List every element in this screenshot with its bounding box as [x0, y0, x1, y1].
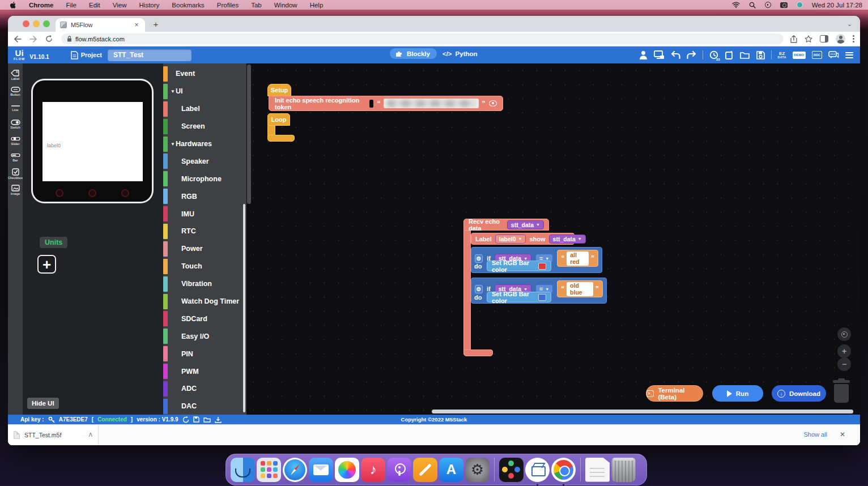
forward-button[interactable]	[29, 36, 39, 42]
downloads-bar-close-icon[interactable]: ✕	[840, 430, 845, 438]
if1-string-value[interactable]: all red	[567, 251, 589, 266]
api-key-value[interactable]: A7E3EDE7	[59, 416, 88, 423]
dock-photos-icon[interactable]	[335, 458, 359, 482]
zoom-in-button[interactable]: +	[837, 344, 851, 358]
category-easyio[interactable]: Easy I/O	[163, 327, 246, 345]
tool-slider[interactable]: Slider	[8, 133, 23, 149]
dock-app-store-icon[interactable]: A	[439, 458, 463, 482]
folder-status-icon[interactable]	[203, 417, 211, 423]
address-bar[interactable]: flow.m5stack.com	[61, 33, 784, 44]
apple-menu-icon[interactable]	[10, 2, 16, 8]
category-rtc[interactable]: RTC	[163, 223, 246, 240]
spotlight-search-icon[interactable]	[749, 2, 756, 8]
init-echo-token-block[interactable]: Init echo speech recognition token “ ”	[269, 96, 503, 111]
dock-system-settings-icon[interactable]: ⚙	[465, 458, 490, 482]
set-rgb-bar-color-block-blue[interactable]: Set RGB Bar color	[487, 292, 551, 302]
open-folder-icon[interactable]	[740, 51, 750, 59]
dock-document-icon[interactable]	[585, 458, 610, 482]
category-label[interactable]: Label	[163, 100, 246, 118]
user-switcher-icon[interactable]	[797, 2, 803, 8]
project-button[interactable]: Project	[71, 51, 102, 59]
tool-switch[interactable]: Switch	[8, 116, 23, 133]
device-button-b[interactable]	[88, 189, 96, 197]
undo-icon[interactable]	[671, 51, 680, 59]
project-name-input[interactable]	[108, 49, 192, 61]
bookmark-star-icon[interactable]	[805, 35, 812, 42]
dock-safari-icon[interactable]	[283, 458, 307, 482]
category-speaker[interactable]: Speaker	[163, 152, 246, 170]
recv-block-foot[interactable]	[463, 349, 493, 356]
demo-icon[interactable]: DEMO	[793, 52, 806, 59]
dock-m5burner-icon[interactable]	[499, 458, 524, 482]
dock-chrome-icon[interactable]	[551, 458, 576, 482]
canvas-vertical-scrollbar[interactable]	[247, 65, 251, 204]
window-close-button[interactable]	[23, 20, 29, 27]
setup-block[interactable]: Setup	[267, 84, 291, 96]
terminal-beta-button[interactable]: >_ Terminal (Beta)	[646, 385, 703, 402]
side-panel-icon[interactable]	[820, 35, 828, 42]
download-status-icon[interactable]	[215, 416, 222, 423]
category-touch[interactable]: Touch	[163, 258, 246, 275]
dock-trash-icon[interactable]	[611, 458, 636, 482]
tool-label[interactable]: Label	[8, 67, 23, 83]
category-event[interactable]: Event	[163, 65, 246, 83]
category-ui[interactable]: ▼UI	[163, 83, 246, 100]
category-adc[interactable]: ADC	[163, 380, 246, 398]
file-chevron-icon[interactable]: ᐱ	[89, 432, 92, 438]
loop-block[interactable]: Loop	[267, 113, 290, 126]
category-rgb[interactable]: RGB	[163, 187, 246, 205]
download-button[interactable]: ↓ Download	[772, 385, 826, 402]
new-tab-button[interactable]: +	[151, 20, 161, 30]
wifi-icon[interactable]	[732, 2, 740, 8]
menubar-edit[interactable]: Edit	[89, 2, 100, 8]
loop-block-spine[interactable]	[267, 126, 275, 135]
dock-music-icon[interactable]: ♪	[361, 458, 385, 482]
hide-ui-button[interactable]: Hide UI	[27, 398, 59, 409]
save-icon[interactable]	[756, 51, 765, 59]
dock-launchpad-icon[interactable]	[257, 458, 281, 482]
menubar-profiles[interactable]: Profiles	[217, 2, 239, 8]
profile-avatar[interactable]	[836, 34, 845, 44]
save-status-icon[interactable]	[193, 416, 199, 423]
menubar-file[interactable]: File	[66, 2, 76, 8]
menubar-history[interactable]: History	[139, 2, 160, 8]
if1-string-block[interactable]: “ all red ”	[557, 250, 598, 267]
label-var-dropdown[interactable]: stt_data▼	[549, 235, 586, 244]
device-button-c[interactable]	[121, 189, 129, 197]
blockly-mode-button[interactable]: Blockly	[390, 48, 437, 59]
color-swatch-blue[interactable]	[538, 294, 546, 301]
trash-can-icon[interactable]	[832, 378, 851, 403]
tab-close-icon[interactable]: ×	[133, 21, 141, 29]
device-connect-icon[interactable]	[654, 50, 665, 59]
menubar-tab[interactable]: Tab	[251, 2, 262, 8]
category-sdcard[interactable]: SDCard	[163, 310, 246, 327]
new-file-icon[interactable]	[725, 50, 734, 59]
category-screen[interactable]: Screen	[163, 118, 246, 135]
dock-finder-icon[interactable]	[231, 458, 255, 482]
eye-icon[interactable]	[489, 100, 497, 106]
menubar-clock[interactable]: Wed 20 Jul 17:28	[812, 2, 862, 8]
category-pwm[interactable]: PWM	[163, 363, 246, 380]
device-button-a[interactable]	[56, 189, 63, 197]
browser-menu-icon[interactable]	[853, 35, 854, 42]
redo-icon[interactable]	[687, 51, 696, 59]
category-watchdog[interactable]: Watch Dog Timer	[163, 293, 246, 310]
zoom-out-button[interactable]: −	[837, 357, 851, 371]
downloaded-file-chip[interactable]: STT_Test.m5f ᐱ	[8, 425, 99, 445]
dock-m5stack-icon[interactable]	[525, 458, 550, 482]
device-screen[interactable]: label0	[42, 102, 143, 181]
mutator-gear-icon[interactable]: ⚙	[475, 254, 483, 263]
recv-var-dropdown[interactable]: stt_data▼	[507, 220, 544, 229]
refresh-icon[interactable]	[182, 416, 189, 423]
doc-icon[interactable]: DOC	[812, 51, 822, 59]
if2-string-block[interactable]: “ old blue ”	[557, 280, 603, 297]
history-clock-icon[interactable]: 23	[709, 50, 719, 60]
chat-icon[interactable]	[828, 51, 839, 59]
blockly-canvas[interactable]: Setup Init echo speech recognition token…	[246, 63, 860, 415]
hamburger-menu-icon[interactable]	[845, 52, 853, 58]
browser-tab[interactable]: M5Flow ×	[56, 18, 145, 32]
label-show-block[interactable]: Label label0▼ show stt_data▼	[471, 233, 575, 245]
ezdata-icon[interactable]: EZ DATA	[778, 52, 786, 59]
set-rgb-bar-color-block-red[interactable]: Set RGB Bar color	[487, 261, 551, 271]
run-button[interactable]: Run	[712, 385, 763, 402]
